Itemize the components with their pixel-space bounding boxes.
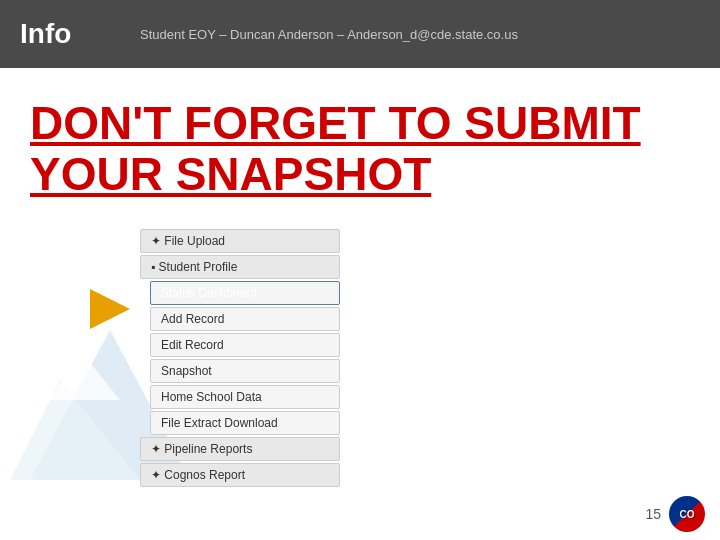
main-heading: DON'T FORGET TO SUBMIT YOUR SNAPSHOT — [30, 98, 690, 199]
menu-item[interactable]: Add Record — [150, 307, 340, 331]
main-content: DON'T FORGET TO SUBMIT YOUR SNAPSHOT ✦ F… — [0, 68, 720, 540]
footer: 15 CO — [645, 496, 705, 532]
arrow-indicator — [90, 289, 130, 329]
header-title: Info — [20, 18, 100, 50]
menu-item[interactable]: Status Dashboard — [150, 281, 340, 305]
menu-item[interactable]: File Extract Download — [150, 411, 340, 435]
header: Info Student EOY – Duncan Anderson – And… — [0, 0, 720, 68]
page-number: 15 — [645, 506, 661, 522]
menu-list: ✦ File Upload▪ Student ProfileStatus Das… — [140, 229, 340, 487]
menu-item[interactable]: ✦ File Upload — [140, 229, 340, 253]
co-logo: CO — [669, 496, 705, 532]
menu-container: ✦ File Upload▪ Student ProfileStatus Das… — [90, 229, 690, 487]
menu-item[interactable]: ✦ Pipeline Reports — [140, 437, 340, 461]
menu-item[interactable]: ▪ Student Profile — [140, 255, 340, 279]
menu-item[interactable]: Edit Record — [150, 333, 340, 357]
header-subtitle: Student EOY – Duncan Anderson – Anderson… — [140, 27, 700, 42]
menu-item[interactable]: Snapshot — [150, 359, 340, 383]
menu-item[interactable]: Home School Data — [150, 385, 340, 409]
menu-item[interactable]: ✦ Cognos Report — [140, 463, 340, 487]
